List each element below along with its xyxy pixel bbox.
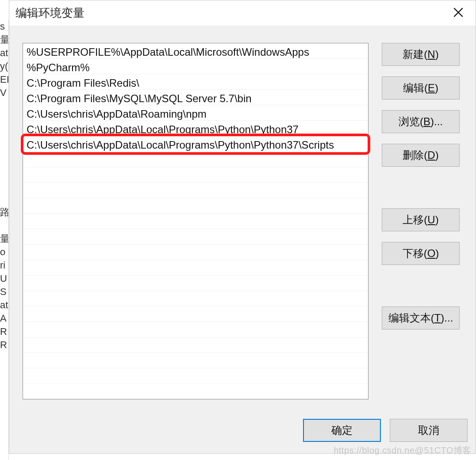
titlebar: 编辑环境变量 — [9, 0, 476, 26]
close-icon — [453, 7, 464, 20]
cancel-button[interactable]: 取消 — [390, 419, 468, 442]
list-item[interactable]: C:\Program Files\Redis\ — [23, 74, 368, 90]
close-button[interactable] — [447, 2, 469, 24]
side-buttons: 新建(N) 编辑(E) 浏览(B)... 删除(D) 上移(U) 下移(O) 编… — [382, 43, 460, 402]
dialog-content: %USERPROFILE%\AppData\Local\Microsoft\Wi… — [9, 26, 476, 410]
list-item[interactable]: %PyCharm% — [23, 59, 368, 74]
list-item[interactable]: C:\Users\chris\AppData\Local\Programs\Py… — [23, 136, 368, 152]
move-down-button[interactable]: 下移(O) — [382, 242, 460, 265]
dialog-footer: 确定 取消 — [9, 410, 476, 453]
list-item[interactable]: C:\Program Files\MySQL\MySQL Server 5.7\… — [23, 90, 368, 105]
browse-button[interactable]: 浏览(B)... — [382, 110, 460, 133]
list-item[interactable]: C:\Users\chris\AppData\Roaming\npm — [23, 105, 368, 121]
move-up-button[interactable]: 上移(U) — [382, 208, 460, 231]
new-button[interactable]: 新建(N) — [382, 43, 460, 66]
ok-button[interactable]: 确定 — [303, 419, 381, 442]
list-item[interactable]: C:\Users\chris\AppData\Local\Programs\Py… — [23, 121, 368, 136]
edit-env-var-dialog: 编辑环境变量 %USERPROFILE%\AppData\Local\Micro… — [9, 0, 476, 454]
background-partial-text: s 量 at y( EI V 路 量 o ri U S at A R R — [0, 20, 9, 460]
list-item[interactable]: %USERPROFILE%\AppData\Local\Microsoft\Wi… — [23, 43, 368, 59]
path-listbox[interactable]: %USERPROFILE%\AppData\Local\Microsoft\Wi… — [23, 43, 369, 399]
dialog-title: 编辑环境变量 — [15, 5, 447, 21]
edit-text-button[interactable]: 编辑文本(T)... — [382, 307, 460, 330]
delete-button[interactable]: 删除(D) — [382, 144, 460, 167]
edit-button[interactable]: 编辑(E) — [382, 77, 460, 100]
